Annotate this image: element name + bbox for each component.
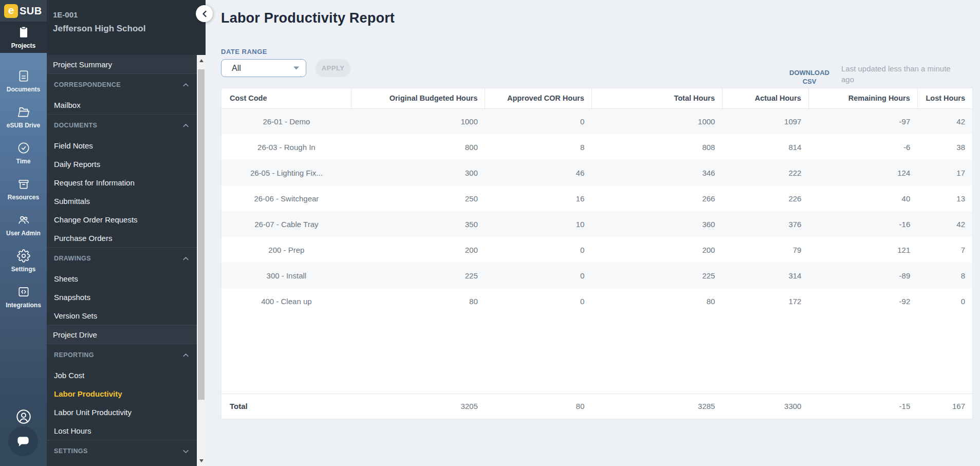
nav-item-label: Purchase Orders xyxy=(54,234,112,243)
nav-item-mailbox[interactable]: Mailbox xyxy=(47,96,197,114)
nav-item-label: Version Sets xyxy=(54,311,97,320)
sidebar-scrollbar xyxy=(197,55,206,466)
clock-icon xyxy=(17,141,30,155)
project-sidebar: 1E-001 Jefferson High School Project Sum… xyxy=(47,0,206,466)
cost-code-cell: 26-06 - Switchgear xyxy=(221,185,352,211)
apply-button[interactable]: APPLY xyxy=(316,59,350,77)
rail-item-time[interactable]: Time xyxy=(0,135,47,171)
rail-item-integrations[interactable]: Integrations xyxy=(0,279,47,315)
col-header-approved-cor-hours: Approved COR Hours xyxy=(485,88,591,108)
nav-item-project-summary[interactable]: Project Summary xyxy=(47,55,197,73)
nav-section-reporting[interactable]: REPORTING xyxy=(47,344,197,366)
nav-item-request-for-information[interactable]: Request for Information xyxy=(47,173,197,192)
nav-item-purchase-orders[interactable]: Purchase Orders xyxy=(47,229,197,247)
col-header-actual-hours: Actual Hours xyxy=(722,88,808,108)
value-cell: -6 xyxy=(808,134,917,160)
rail-item-documents[interactable]: Documents xyxy=(0,63,47,99)
value-cell: 1000 xyxy=(352,108,485,134)
nav-item-label: Labor Unit Productivity xyxy=(54,408,132,417)
scrollbar-thumb[interactable] xyxy=(198,69,205,400)
rail-item-settings[interactable]: Settings xyxy=(0,243,47,279)
value-cell: 46 xyxy=(485,160,591,185)
nav-item-change-order-requests[interactable]: Change Order Requests xyxy=(47,210,197,229)
rail-item-label: Projects xyxy=(11,42,35,49)
rail-item-projects[interactable]: Projects xyxy=(0,22,47,53)
col-header-cost-code: Cost Code xyxy=(221,88,352,108)
last-updated-text: Last updated less than a minute ago xyxy=(841,63,953,85)
nav-item-sheets[interactable]: Sheets xyxy=(47,269,197,288)
cost-code-cell: 26-03 - Rough In xyxy=(221,134,352,160)
rail-item-esub-drive[interactable]: eSUB Drive xyxy=(0,99,47,135)
project-name: Jefferson High School xyxy=(53,24,206,34)
esub-logo-text: SUB xyxy=(20,5,42,17)
chevron-up-icon xyxy=(182,81,190,89)
value-cell: 376 xyxy=(722,211,808,237)
nav-item-label: Sheets xyxy=(54,274,78,283)
nav-item-job-cost[interactable]: Job Cost xyxy=(47,366,197,384)
rail-item-label: Documents xyxy=(7,86,40,93)
rail-item-user-admin[interactable]: User Admin xyxy=(0,207,47,243)
col-header-total-hours: Total Hours xyxy=(591,88,722,108)
value-cell: 225 xyxy=(591,263,722,288)
nav-section-label: CORRESPONDENCE xyxy=(54,81,121,88)
nav-item-submittals[interactable]: Submittals xyxy=(47,192,197,210)
value-cell: -92 xyxy=(808,288,917,314)
value-cell: 800 xyxy=(352,134,485,160)
rail-item-label: eSUB Drive xyxy=(7,122,40,129)
chat-button[interactable] xyxy=(8,426,38,456)
nav-item-field-notes[interactable]: Field Notes xyxy=(47,136,197,155)
module-rail: e SUB ProjectsDocumentseSUB DriveTimeRes… xyxy=(0,0,47,466)
value-cell: 121 xyxy=(808,237,917,263)
nav-item-daily-reports[interactable]: Daily Reports xyxy=(47,155,197,173)
chevron-up-icon xyxy=(182,351,190,359)
table-row: 200 - Prep2000200791217 xyxy=(221,237,972,263)
value-cell: 8 xyxy=(917,263,972,288)
total-value-cell: 3205 xyxy=(352,394,485,419)
rail-item-resources[interactable]: Resources xyxy=(0,171,47,207)
nav-item-snapshots[interactable]: Snapshots xyxy=(47,288,197,306)
nav-item-labor-unit-productivity[interactable]: Labor Unit Productivity xyxy=(47,403,197,421)
value-cell: 360 xyxy=(591,211,722,237)
scroll-down-arrow-icon[interactable] xyxy=(197,456,206,465)
date-range-value: All xyxy=(232,64,241,73)
date-range-select[interactable]: All xyxy=(221,59,306,77)
nav-item-version-sets[interactable]: Version Sets xyxy=(47,306,197,325)
value-cell: -89 xyxy=(808,263,917,288)
table-row: 26-05 - Lighting Fix...3004634622212417 xyxy=(221,160,972,185)
gear-icon xyxy=(17,249,30,263)
nav-section-documents[interactable]: DOCUMENTS xyxy=(47,115,197,136)
project-header: 1E-001 Jefferson High School xyxy=(47,0,206,55)
esub-logo[interactable]: e SUB xyxy=(0,0,47,22)
sidebar-collapse-button[interactable] xyxy=(196,5,213,22)
nav-item-label: Daily Reports xyxy=(54,160,100,169)
rail-nav: ProjectsDocumentseSUB DriveTimeResources… xyxy=(0,22,47,315)
table-header-row: Cost CodeOriginal Budgeted HoursApproved… xyxy=(221,88,972,108)
nav-section-correspondence[interactable]: CORRESPONDENCE xyxy=(47,74,197,96)
code-box-icon xyxy=(17,285,30,299)
total-label: Total xyxy=(221,394,352,419)
profile-icon[interactable] xyxy=(15,408,32,425)
value-cell: 0 xyxy=(917,288,972,314)
nav-section-label: DOCUMENTS xyxy=(54,122,97,129)
report-meta: DOWNLOAD CSV Last updated less than a mi… xyxy=(786,63,953,86)
download-csv-link[interactable]: DOWNLOAD CSV xyxy=(786,68,833,86)
nav-item-label: Lost Hours xyxy=(54,426,91,435)
scroll-up-arrow-icon[interactable] xyxy=(197,56,206,65)
nav-section-drawings[interactable]: DRAWINGS xyxy=(47,248,197,269)
clipboard-icon xyxy=(17,26,30,39)
project-code: 1E-001 xyxy=(53,10,206,19)
table-row: 26-03 - Rough In8008808814-638 xyxy=(221,134,972,160)
value-cell: 38 xyxy=(917,134,972,160)
archive-box-icon xyxy=(17,177,30,191)
date-range-label: DATE RANGE xyxy=(221,48,973,55)
value-cell: 808 xyxy=(591,134,722,160)
nav-item-label: Job Cost xyxy=(54,371,84,380)
col-header-original-budgeted-hours: Original Budgeted Hours xyxy=(352,88,485,108)
nav-section-settings[interactable]: SETTINGS xyxy=(47,440,197,462)
nav-item-labor-productivity[interactable]: Labor Productivity xyxy=(47,384,197,403)
nav-item-project-drive[interactable]: Project Drive xyxy=(47,325,197,344)
nav-item-lost-hours[interactable]: Lost Hours xyxy=(47,421,197,440)
value-cell: 300 xyxy=(352,160,485,185)
value-cell: 124 xyxy=(808,160,917,185)
value-cell: 222 xyxy=(722,160,808,185)
